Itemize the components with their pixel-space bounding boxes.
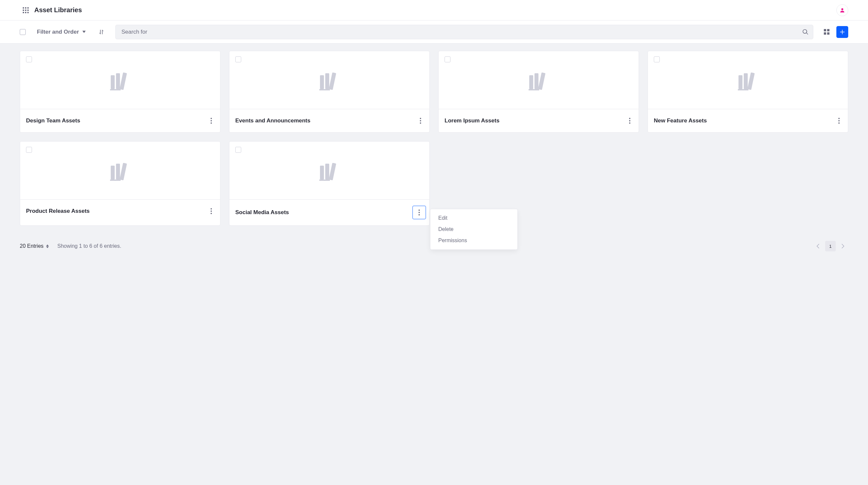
kebab-icon (420, 118, 421, 124)
card-title: Product Release Assets (26, 208, 90, 215)
card-title: New Feature Assets (654, 117, 707, 124)
card-preview (20, 51, 220, 109)
chevron-left-icon (816, 244, 819, 249)
card-preview (229, 142, 429, 200)
card-preview (229, 51, 429, 109)
card-title: Lorem Ipsum Assets (444, 117, 500, 124)
card-preview (648, 51, 848, 109)
next-page-button[interactable] (838, 241, 848, 251)
entries-per-page-dropdown[interactable]: 20 Entries (20, 243, 49, 249)
kebab-icon (629, 118, 630, 124)
books-icon (737, 70, 760, 90)
add-button[interactable] (836, 26, 848, 38)
menu-item[interactable]: Permissions (430, 235, 517, 246)
chevron-right-icon (841, 244, 845, 249)
cards-view-icon (824, 29, 830, 35)
card-footer: Events and Announcements (229, 109, 429, 132)
view-mode-button[interactable] (821, 27, 832, 37)
books-icon (318, 70, 341, 90)
card-footer: Social Media Assets (229, 200, 429, 225)
search-field-wrapper (115, 25, 813, 39)
card-checkbox[interactable] (654, 56, 660, 62)
kebab-icon (211, 208, 212, 214)
showing-text: Showing 1 to 6 of 6 entries. (57, 243, 121, 249)
prev-page-button[interactable] (813, 241, 823, 251)
card-title: Social Media Assets (235, 209, 289, 216)
card-footer: Product Release Assets (20, 200, 220, 223)
card-checkbox[interactable] (444, 56, 451, 62)
current-page: 1 (829, 244, 831, 249)
card-actions-button[interactable] (624, 115, 636, 126)
card-checkbox[interactable] (26, 56, 32, 62)
menu-item[interactable]: Edit (430, 212, 517, 224)
card-preview (439, 51, 639, 109)
books-icon (318, 160, 341, 181)
toolbar: Filter and Order (0, 21, 868, 44)
card-preview (20, 142, 220, 200)
library-card[interactable]: Product Release Assets (20, 141, 220, 226)
menu-item[interactable]: Delete (430, 224, 517, 235)
search-input[interactable] (115, 25, 813, 39)
library-card[interactable]: Social Media AssetsEditDeletePermissions (229, 141, 430, 226)
books-icon (109, 160, 132, 181)
books-icon (527, 70, 550, 90)
user-avatar[interactable] (836, 4, 848, 16)
library-card[interactable]: New Feature Assets (648, 51, 848, 133)
cards-grid: Design Team AssetsEvents and Announcemen… (20, 51, 848, 226)
caret-down-icon (82, 31, 86, 33)
select-caret-icon (46, 245, 49, 248)
sort-toggle-button[interactable] (96, 27, 107, 37)
main-content: Design Team AssetsEvents and Announcemen… (0, 44, 868, 485)
filter-and-order-dropdown[interactable]: Filter and Order (30, 29, 88, 35)
kebab-icon (838, 118, 840, 124)
library-card[interactable]: Lorem Ipsum Assets (438, 51, 639, 133)
card-actions-button[interactable] (412, 205, 426, 220)
card-footer: Lorem Ipsum Assets (439, 109, 639, 132)
card-title: Events and Announcements (235, 117, 310, 124)
card-checkbox[interactable] (235, 56, 241, 62)
card-actions-button[interactable] (415, 115, 426, 126)
library-card[interactable]: Design Team Assets (20, 51, 220, 133)
search-icon[interactable] (802, 29, 809, 35)
card-checkbox[interactable] (235, 147, 241, 153)
svg-point-5 (841, 8, 843, 10)
plus-icon (839, 29, 845, 35)
user-icon (839, 7, 845, 13)
card-actions-button[interactable] (206, 205, 217, 217)
card-actions-button[interactable] (833, 115, 845, 126)
page-number-button[interactable]: 1 (825, 241, 836, 251)
card-actions-menu: EditDeletePermissions (430, 209, 518, 250)
kebab-icon (418, 209, 420, 216)
library-card[interactable]: Events and Announcements (229, 51, 430, 133)
header-bar: Asset Libraries (0, 0, 868, 21)
card-checkbox[interactable] (26, 147, 32, 153)
card-footer: Design Team Assets (20, 109, 220, 132)
sort-arrows-icon (98, 29, 105, 35)
page-title: Asset Libraries (34, 6, 82, 14)
card-actions-button[interactable] (206, 115, 217, 126)
grid-icon (23, 7, 29, 13)
kebab-icon (211, 118, 212, 124)
card-title: Design Team Assets (26, 117, 80, 124)
card-footer: New Feature Assets (648, 109, 848, 132)
pager: 1 (813, 241, 848, 251)
books-icon (109, 70, 132, 90)
select-all-checkbox[interactable] (20, 29, 26, 35)
entries-label: 20 Entries (20, 243, 43, 249)
apps-menu-button[interactable] (21, 5, 31, 16)
filter-label: Filter and Order (37, 29, 79, 35)
